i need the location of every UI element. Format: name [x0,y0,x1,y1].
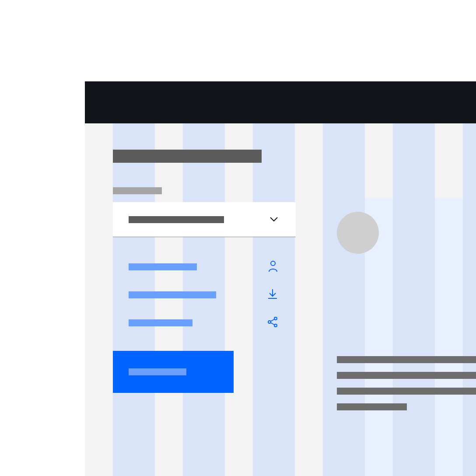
action-link-label [129,263,197,270]
top-header-bar [85,81,476,123]
primary-button[interactable] [113,351,234,393]
text-line [337,388,476,395]
download-icon [267,288,278,301]
left-panel [113,143,296,393]
card-body-text [337,356,476,419]
text-line [337,372,476,379]
content-card [324,198,476,476]
dropdown-label [113,187,162,194]
svg-line-7 [271,323,275,325]
action-link-download[interactable] [113,281,296,309]
svg-point-0 [271,261,275,266]
text-line [337,403,407,410]
share-icon [267,316,278,329]
action-link-label [129,319,192,326]
app-viewport [85,81,476,476]
dropdown-select[interactable] [113,202,296,237]
page-heading [113,150,262,163]
dropdown-selected-value [129,216,224,223]
primary-button-label [129,368,186,375]
user-icon [268,260,278,274]
svg-point-4 [268,321,271,323]
action-link-user[interactable] [113,253,296,281]
svg-point-3 [274,317,277,320]
text-line [337,356,476,363]
svg-line-6 [271,319,275,322]
action-link-share[interactable] [113,309,296,337]
app-title [85,81,85,82]
chevron-down-icon [270,216,278,224]
action-link-label [129,291,216,298]
avatar [337,212,379,254]
action-links-list [113,253,296,337]
svg-point-5 [274,324,277,327]
